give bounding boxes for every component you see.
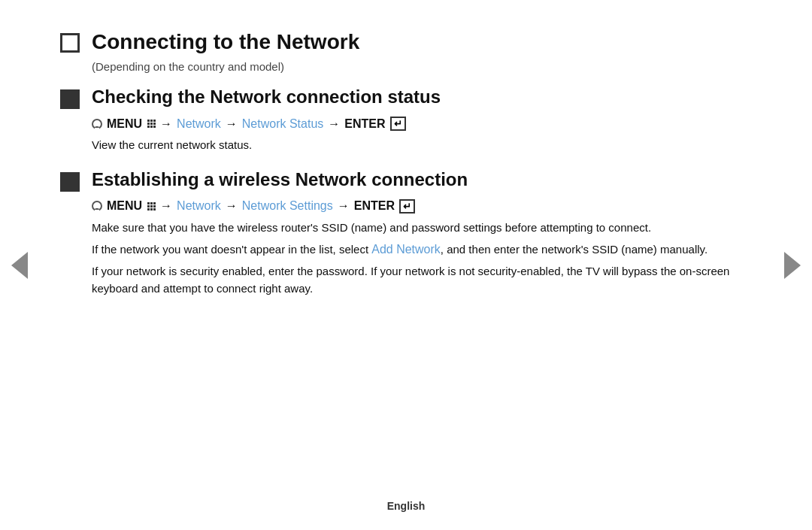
section1-heading-row: Connecting to the Network [60, 30, 752, 54]
nav-arrow-right[interactable] [782, 255, 803, 276]
nav-arrow-left[interactable] [9, 255, 30, 276]
section3-arrow1: → [160, 199, 172, 213]
section3-arrow2: → [226, 199, 238, 213]
section-checking: Checking the Network connection status M… [60, 86, 752, 154]
section3-enter-label: ENTER [354, 199, 395, 213]
section2-enter-box: ↵ [390, 117, 406, 131]
section2-heading: Checking the Network connection status [92, 86, 441, 108]
section3-link2[interactable]: Network Settings [242, 199, 333, 213]
enter-return-icon: ↵ [394, 118, 402, 129]
section2-heading-row: Checking the Network connection status [60, 86, 752, 109]
section3-enter-box: ↵ [399, 199, 415, 214]
section-establishing: Establishing a wireless Network connecti… [60, 169, 752, 298]
section3-heading: Establishing a wireless Network connecti… [92, 169, 468, 190]
section3-body2-pre: If the network you want doesn't appear i… [92, 243, 371, 256]
section3-arrow3: → [338, 199, 350, 213]
section2-arrow3: → [328, 117, 340, 131]
section2-arrow1: → [160, 117, 172, 131]
menu-grid-2 [147, 202, 156, 210]
page-container: Connecting to the Network (Depending on … [0, 0, 812, 530]
section2-arrow2: → [226, 117, 238, 131]
section2-menu-line: MENU → Network → Network Status → ENTER … [92, 117, 752, 131]
menu-grid [147, 120, 156, 128]
footer-language: English [387, 500, 426, 512]
left-arrow-icon [11, 252, 28, 279]
enter-return-icon-2: ↵ [403, 201, 411, 212]
filled-square-icon-2 [60, 172, 80, 192]
section1-subtitle: (Depending on the country and model) [92, 60, 752, 73]
filled-square-icon [60, 89, 80, 109]
section2-enter-label: ENTER [344, 117, 385, 131]
section3-body1: Make sure that you have the wireless rou… [92, 220, 752, 237]
right-arrow-icon [784, 252, 801, 279]
section2-body: View the current network status. [92, 137, 752, 154]
section3-link1[interactable]: Network [177, 199, 221, 213]
section2-menu-label: MENU [107, 117, 142, 131]
section3-heading-row: Establishing a wireless Network connecti… [60, 169, 752, 192]
section1-heading: Connecting to the Network [92, 30, 359, 54]
section3-body2-post: , and then enter the network's SSID (nam… [441, 243, 707, 256]
section3-add-network-link[interactable]: Add Network [371, 243, 441, 256]
section3-body2: If the network you want doesn't appear i… [92, 241, 752, 259]
section2-link1[interactable]: Network [177, 117, 221, 131]
section-connecting: Connecting to the Network (Depending on … [60, 30, 752, 73]
section3-menu-label: MENU [107, 199, 142, 213]
checkbox-icon [60, 33, 80, 53]
section2-link2[interactable]: Network Status [242, 117, 323, 131]
section3-body3: If your network is security enabled, ent… [92, 263, 752, 297]
section3-menu-line: MENU → Network → Network Settings → ENTE… [92, 199, 752, 214]
